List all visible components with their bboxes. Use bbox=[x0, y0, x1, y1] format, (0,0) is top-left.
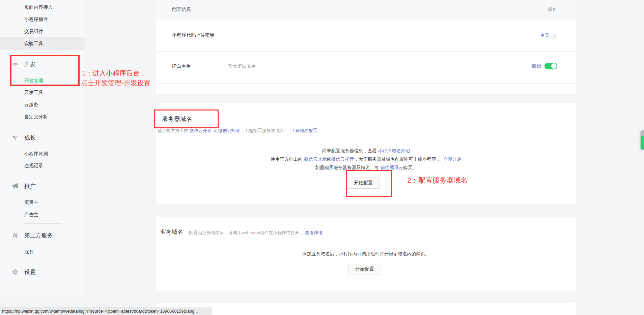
activate-now-link[interactable]: 立即开通 bbox=[443, 157, 461, 162]
annotation-step1-line2: 点击开发管理-开发设置 bbox=[81, 78, 151, 88]
browser-status-url-bar: https://mp.weixin.qq.com/wxamp/wedata/lo… bbox=[0, 308, 212, 315]
business-domain-start-config-button[interactable]: 开始配置 bbox=[348, 264, 381, 275]
learn-domain-config-link[interactable]: 了解域名配置 bbox=[291, 128, 317, 133]
sidebar: 页面内容接入 小程序插件 交易组件 实验工具 </> 开发 开发管理 开发工具 … bbox=[0, 0, 85, 296]
subtitle-text: 使用官方推出的 bbox=[158, 128, 190, 133]
sidebar-item-page-content[interactable]: 页面内容接入 bbox=[24, 4, 53, 10]
sidebar-section-growth[interactable]: 成长 bbox=[24, 134, 36, 142]
annotation-box-develop-menu bbox=[10, 55, 80, 86]
sidebar-divider bbox=[24, 260, 61, 260]
ip-whitelist-toggle[interactable] bbox=[544, 63, 557, 69]
sidebar-divider bbox=[24, 223, 61, 224]
reset-upload-key-link[interactable]: 重置 bbox=[540, 32, 550, 38]
widget-body bbox=[641, 136, 644, 150]
server-domain-hint-line1: 尚未配置服务器信息，查看 小程序域名介绍 bbox=[156, 148, 576, 154]
weixin-cloud-host-link[interactable]: 微信云托管 bbox=[218, 128, 240, 133]
config-card-title: 配置信息 bbox=[172, 6, 191, 12]
sidebar-item-experiment-tools[interactable]: 实验工具 bbox=[24, 40, 43, 47]
sidebar-item-violation-records[interactable]: 违规记录 bbox=[24, 162, 43, 169]
sidebar-item-develop-tools[interactable]: 开发工具 bbox=[24, 89, 43, 96]
server-domain-hint-line2: 使用官方推出的 微信云开发或微信云托管，无需服务器及域名配置即可上线小程序，立即… bbox=[156, 156, 576, 163]
sidebar-section-third-party[interactable]: 第三方服务 bbox=[24, 231, 53, 240]
business-domain-title: 业务域名 bbox=[160, 228, 183, 236]
row-divider bbox=[156, 83, 576, 84]
domain-intro-link[interactable]: 小程序域名介绍 bbox=[378, 148, 410, 153]
widget-cap bbox=[641, 130, 644, 136]
sidebar-item-trade-components[interactable]: 交易组件 bbox=[24, 28, 43, 35]
subtitle-text: 配置为业务域名后，可调用web-view组件在小程序中打开， bbox=[189, 230, 304, 235]
hint-text: 尚未配置服务器信息，查看 bbox=[322, 148, 378, 153]
config-card-header: 配置信息 操作 bbox=[156, 0, 576, 20]
sidebar-divider bbox=[24, 174, 61, 174]
help-icon[interactable]: ? bbox=[552, 34, 557, 39]
sidebar-item-custom-analysis[interactable]: 自定义分析 bbox=[24, 113, 48, 120]
sidebar-divider bbox=[24, 125, 61, 125]
sidebar-item-miniprogram-evaluation[interactable]: 小程序评测 bbox=[24, 150, 48, 157]
sprout-icon bbox=[11, 134, 19, 142]
sidebar-item-advertiser[interactable]: 广告主 bbox=[24, 211, 38, 218]
annotation-box-server-domain-title bbox=[154, 109, 219, 128]
business-domain-hint: 添加业务域名后，小程序内可调用组件打开限定域名内的网页。 bbox=[156, 251, 576, 257]
annotation-step1-line1: 1：进入小程序后台， bbox=[82, 68, 146, 78]
upload-key-label: 小程序代码上传密钥 bbox=[172, 32, 215, 38]
hint-text: 或 bbox=[327, 157, 331, 162]
wechat-miniprogram-console: 页面内容接入 小程序插件 交易组件 实验工具 </> 开发 开发管理 开发工具 … bbox=[0, 0, 644, 315]
weixin-cloud-dev-link[interactable]: 微信云开发 bbox=[304, 157, 327, 162]
sidebar-item-cloud-service[interactable]: 云服务 bbox=[24, 101, 38, 108]
sidebar-item-plugins[interactable]: 小程序插件 bbox=[24, 16, 48, 23]
gear-icon bbox=[11, 268, 19, 276]
third-party-icon: N bbox=[11, 231, 19, 240]
ip-whitelist-label: IP白名单 bbox=[172, 63, 191, 69]
sidebar-section-settings[interactable]: 设置 bbox=[24, 268, 36, 276]
weixin-cloud-dev-link[interactable]: 微信云开发 bbox=[190, 128, 212, 133]
business-domain-subtitle: 配置为业务域名后，可调用web-view组件在小程序中打开，查看详情 bbox=[189, 230, 323, 236]
sidebar-section-promotion[interactable]: 推广 bbox=[24, 182, 36, 190]
subtitle-text: 或 bbox=[212, 128, 218, 133]
hint-text: 如需购买服务器资源及域名，可 bbox=[315, 165, 381, 170]
toggle-knob bbox=[551, 63, 557, 69]
config-info-card: 配置信息 操作 小程序代码上传密钥 重置? IP白名单 暂无IP白名单 编辑 bbox=[156, 0, 576, 94]
floating-helper-widget[interactable] bbox=[641, 130, 644, 150]
row-divider bbox=[156, 51, 576, 52]
sidebar-item-service[interactable]: 服务 bbox=[24, 248, 34, 255]
ip-whitelist-value: 暂无IP白名单 bbox=[228, 63, 256, 69]
annotation-box-start-config-button bbox=[346, 170, 392, 197]
hint-text: ，无需服务器及域名配置即可上线小程序， bbox=[354, 157, 441, 162]
weixin-cloud-host-link[interactable]: 微信云托管 bbox=[331, 157, 354, 162]
edit-ip-whitelist-link[interactable]: 编辑 bbox=[532, 63, 541, 69]
config-card-action-header: 操作 bbox=[548, 6, 557, 12]
sidebar-divider bbox=[24, 53, 61, 53]
tencent-cloud-link[interactable]: 前往腾讯云 bbox=[380, 165, 403, 170]
annotation-step2: 2：配置服务器域名 bbox=[407, 175, 468, 185]
server-domain-subtitle: 使用官方推出的 微信云开发 或 微信云托管，无需配置服务器域名。了解域名配置 bbox=[158, 128, 317, 134]
next-card-partial bbox=[156, 303, 576, 315]
business-domain-card: 业务域名 配置为业务域名后，可调用web-view组件在小程序中打开，查看详情 … bbox=[156, 217, 576, 291]
megaphone-icon bbox=[11, 182, 19, 190]
hint-text: 购买。 bbox=[403, 165, 417, 170]
hint-text: 使用官方推出的 bbox=[271, 157, 304, 162]
sidebar-item-traffic-owner[interactable]: 流量主 bbox=[24, 199, 38, 206]
view-details-link[interactable]: 查看详情 bbox=[305, 230, 323, 235]
subtitle-text: ，无需配置服务器域名。 bbox=[240, 128, 288, 133]
